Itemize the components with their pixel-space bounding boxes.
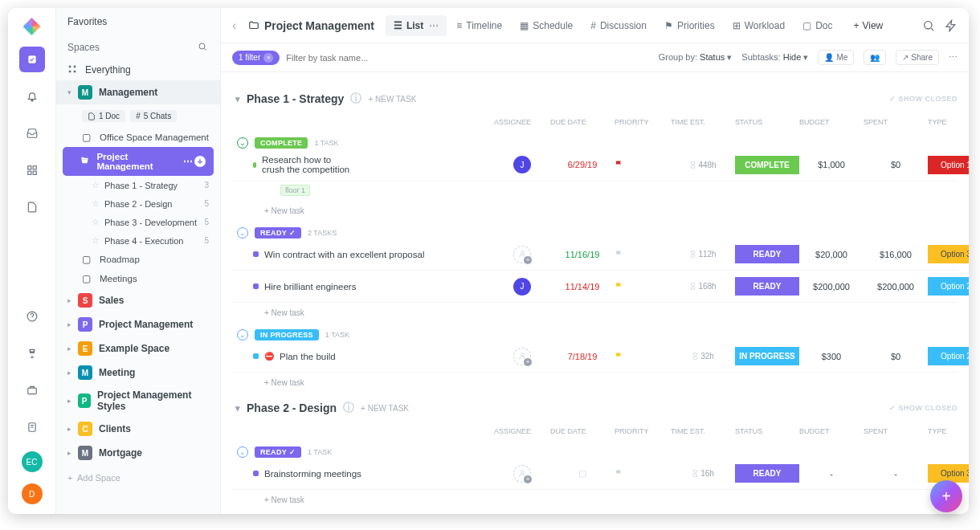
- add-view-button[interactable]: + View: [845, 15, 891, 36]
- more-icon[interactable]: ⋯: [183, 156, 193, 167]
- task-name[interactable]: Hire brilliant engineers: [253, 282, 494, 292]
- folder-meetings[interactable]: ▢Meetings: [56, 269, 220, 288]
- status-cell[interactable]: READY: [735, 245, 799, 263]
- task-name[interactable]: Win contract with an excellent proposal: [253, 250, 494, 259]
- sidebar-phase[interactable]: ☆Phase 2 - Design5: [56, 194, 220, 213]
- assignee-empty[interactable]: [513, 348, 531, 365]
- task-subtag[interactable]: floor 1: [280, 185, 310, 196]
- assignee-avatar[interactable]: J: [513, 278, 531, 296]
- search-icon[interactable]: [922, 19, 935, 32]
- notifications-icon[interactable]: [19, 84, 45, 109]
- estimate-cell[interactable]: 32h: [671, 352, 735, 361]
- new-task-row[interactable]: + New task: [232, 201, 958, 221]
- automation-icon[interactable]: [945, 19, 958, 32]
- new-task-row[interactable]: + New task: [232, 373, 958, 393]
- due-date-cell[interactable]: ▢: [550, 468, 615, 479]
- collapse-icon[interactable]: ⌄: [237, 137, 248, 149]
- filter-input[interactable]: [286, 53, 414, 63]
- assignee-cell[interactable]: [494, 348, 550, 365]
- view-tab-priorities[interactable]: ⚑Priorities: [656, 15, 723, 36]
- user-avatar-2[interactable]: D: [22, 483, 43, 504]
- status-cell[interactable]: READY: [735, 277, 799, 296]
- sidebar-space[interactable]: ▸PProject Management: [56, 312, 220, 336]
- status-cell[interactable]: READY: [735, 464, 799, 483]
- collapse-icon[interactable]: ⌄: [237, 227, 248, 238]
- sidebar-space[interactable]: ▸SSales: [56, 288, 220, 312]
- doc-pill[interactable]: 1 Doc: [82, 110, 125, 122]
- filter-pill[interactable]: 1 filter×: [232, 51, 280, 65]
- priority-cell[interactable]: [615, 282, 671, 292]
- home-icon[interactable]: [19, 47, 45, 72]
- phase-header[interactable]: ▾Phase 1 - Strategyⓘ+ NEW TASK✓ SHOW CLO…: [235, 92, 958, 106]
- assignees-button[interactable]: 👥: [864, 50, 886, 65]
- priority-cell[interactable]: [615, 352, 671, 361]
- sidebar-space[interactable]: ▸EExample Space: [56, 336, 220, 361]
- type-cell[interactable]: Option 3: [928, 245, 969, 263]
- status-group-header[interactable]: ⌄READY ✓2 TASKS: [237, 227, 958, 238]
- type-cell[interactable]: Option 1: [928, 156, 969, 174]
- chats-pill[interactable]: #5 Chats: [130, 110, 177, 122]
- sidebar-phase[interactable]: ☆Phase 4 - Execution5: [56, 231, 220, 250]
- assignee-empty[interactable]: [513, 465, 531, 483]
- status-cell[interactable]: IN PROGRESS: [735, 347, 799, 365]
- estimate-cell[interactable]: 448h: [671, 161, 735, 169]
- show-closed-button[interactable]: ✓ SHOW CLOSED: [889, 95, 958, 103]
- add-icon[interactable]: +: [194, 156, 206, 167]
- assignee-cell[interactable]: [494, 465, 550, 483]
- estimate-cell[interactable]: 168h: [671, 282, 735, 291]
- new-task-button[interactable]: + NEW TASK: [368, 95, 416, 104]
- info-icon[interactable]: ⓘ: [350, 92, 361, 106]
- status-group-header[interactable]: ⌄READY ✓1 TASK: [237, 446, 958, 458]
- breadcrumb[interactable]: Project Management: [248, 19, 374, 32]
- space-management[interactable]: ▾ M Management: [56, 80, 220, 104]
- task-row[interactable]: Hire brilliant engineers J 11/14/19 168h…: [232, 271, 958, 303]
- type-cell[interactable]: Option 2: [928, 277, 969, 296]
- due-date-cell[interactable]: 6/29/19: [550, 160, 615, 169]
- sidebar-space[interactable]: ▸CClients: [56, 417, 220, 441]
- assignee-cell[interactable]: J: [494, 278, 550, 296]
- share-button[interactable]: ↗ Share: [896, 50, 939, 65]
- due-date-cell[interactable]: 11/16/19: [550, 250, 615, 259]
- task-name[interactable]: Brainstorming meetings: [253, 469, 494, 479]
- info-icon[interactable]: ⓘ: [343, 401, 354, 415]
- spent-cell[interactable]: $0: [864, 352, 928, 361]
- everything-row[interactable]: Everything: [56, 59, 220, 80]
- favorites-header[interactable]: Favorites: [56, 8, 220, 35]
- type-cell[interactable]: Option 2: [928, 347, 969, 365]
- status-group-header[interactable]: ⌄COMPLETE1 TASK: [237, 137, 958, 149]
- sidebar-phase[interactable]: ☆Phase 3 - Development5: [56, 213, 220, 231]
- subtasks-control[interactable]: Subtasks: Hide ▾: [741, 52, 808, 63]
- new-task-row[interactable]: + New task: [232, 303, 958, 323]
- view-tab-schedule[interactable]: ▦Schedule: [512, 15, 581, 36]
- more-icon[interactable]: ⋯: [949, 52, 958, 63]
- budget-cell[interactable]: $20,000: [799, 250, 864, 259]
- task-row[interactable]: ⛔Plan the build 7/18/19 32h IN PROGRESS …: [232, 340, 958, 373]
- budget-cell[interactable]: $200,000: [799, 282, 864, 292]
- assignee-empty[interactable]: [513, 246, 531, 263]
- spaces-header[interactable]: Spaces: [56, 35, 220, 59]
- view-tab-workload[interactable]: ⊞Workload: [725, 15, 793, 36]
- sidebar-space[interactable]: ▸PProject Management Styles: [56, 385, 220, 417]
- priority-cell[interactable]: [615, 160, 671, 169]
- inbox-icon[interactable]: [19, 120, 45, 146]
- budget-cell[interactable]: $300: [799, 352, 864, 361]
- notepad-icon[interactable]: [19, 414, 45, 440]
- task-row[interactable]: Brainstorming meetings ▢ 16h READY - - O…: [232, 458, 958, 490]
- sidebar-phase[interactable]: ☆Phase 1 - Strategy3: [56, 176, 220, 194]
- estimate-cell[interactable]: 16h: [671, 469, 735, 478]
- assignee-avatar[interactable]: J: [513, 156, 531, 173]
- phase-header[interactable]: ▾Phase 2 - Designⓘ+ NEW TASK✓ SHOW CLOSE…: [235, 401, 958, 415]
- folder-roadmap[interactable]: ▢Roadmap: [56, 250, 220, 269]
- estimate-cell[interactable]: 112h: [671, 250, 735, 259]
- collapse-icon[interactable]: ⌄: [237, 329, 248, 340]
- status-group-header[interactable]: ⌄IN PROGRESS1 TASK: [237, 329, 958, 340]
- view-tab-doc[interactable]: ▢Doc: [794, 15, 840, 36]
- folder-office-space[interactable]: ▢Office Space Management: [56, 128, 220, 147]
- spent-cell[interactable]: $16,000: [864, 250, 928, 259]
- assignee-cell[interactable]: [494, 246, 550, 263]
- status-cell[interactable]: COMPLETE: [735, 156, 799, 174]
- me-button[interactable]: 👤 Me: [818, 50, 854, 65]
- docs-icon[interactable]: [19, 194, 45, 220]
- assignee-cell[interactable]: J: [494, 156, 550, 173]
- user-avatar-1[interactable]: EC: [22, 451, 43, 472]
